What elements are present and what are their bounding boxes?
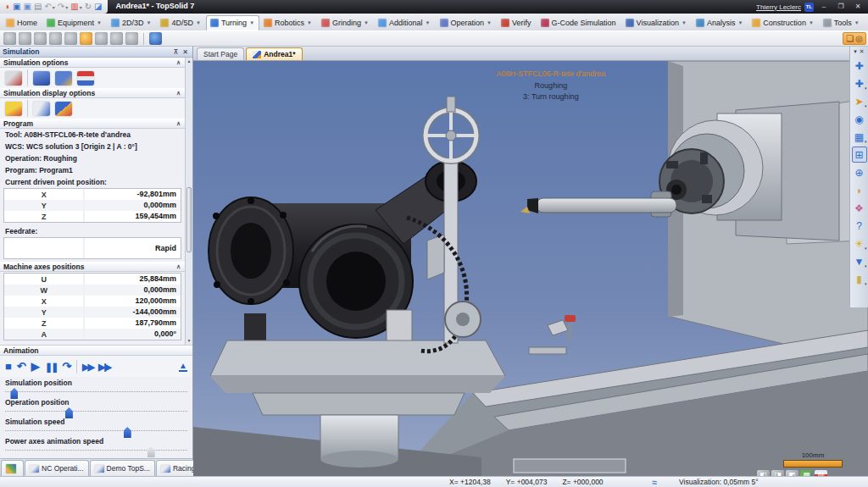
chevron-down-icon[interactable]: ▼	[307, 20, 312, 25]
collapse-icon[interactable]: ∧	[176, 90, 181, 97]
close-button[interactable]: ✕	[851, 1, 865, 13]
view-iso-front-icon[interactable]: ◨	[771, 470, 784, 476]
chuck-icon[interactable]	[19, 32, 31, 45]
light-icon[interactable]: ☀▾	[852, 235, 867, 252]
ribbon-tab-grinding[interactable]: Grinding ▼	[317, 15, 374, 30]
ribbon-tab-robotics[interactable]: Robotics ▼	[259, 15, 317, 30]
ribbon-tab-verify[interactable]: Verify ▼	[497, 15, 537, 30]
section-view-icon[interactable]: ◗▾	[852, 182, 867, 198]
pie-analysis-icon[interactable]	[55, 102, 72, 116]
save-icon[interactable]: ▣	[13, 2, 20, 12]
collapse-icon[interactable]: ∧	[176, 59, 181, 66]
machine-simulation-icon[interactable]	[33, 71, 50, 86]
ribbon-tab-operation[interactable]: Operation ▼	[436, 15, 497, 30]
zoom-window-icon[interactable]: ⊞▾	[852, 147, 867, 163]
scroll-up-icon[interactable]: ▲	[186, 58, 192, 65]
chevron-down-icon[interactable]: ▼	[809, 20, 814, 25]
skip-forward-button[interactable]: ▶|▶	[98, 360, 110, 374]
dock-arrow-icon[interactable]: ▾	[854, 48, 857, 55]
3d-scene[interactable]: A08H-STFCL06-R-tete d'andrea Roughing 3:…	[193, 61, 868, 476]
collision-check-icon[interactable]	[77, 71, 94, 86]
ribbon-tab-analysis[interactable]: Analysis ▼	[692, 15, 748, 30]
close-icon[interactable]: ✕	[181, 48, 190, 56]
chevron-down-icon[interactable]: ▼	[249, 20, 254, 25]
eject-button[interactable]: ▲	[179, 361, 187, 372]
turning-document-icon[interactable]	[149, 32, 162, 45]
section-machine-axes[interactable]: Machine axes positions ∧	[0, 262, 185, 272]
collapse-icon[interactable]: ∧	[176, 263, 181, 270]
ribbon-tab-equipment[interactable]: Equipment ▼	[42, 15, 107, 30]
section-program[interactable]: Program ∧	[0, 119, 185, 129]
flashlight-icon[interactable]: ➤▾	[852, 93, 867, 109]
chevron-down-icon[interactable]: ▼	[196, 20, 201, 25]
redo-icon[interactable]: ↷	[58, 2, 64, 12]
zoom-icon[interactable]: ⊕▾	[852, 164, 867, 180]
chevron-down-icon[interactable]: ▼	[364, 20, 369, 25]
play-button[interactable]: ▶	[31, 360, 40, 374]
chuck-add-icon[interactable]	[80, 32, 92, 45]
ribbon-tab-4d-5d[interactable]: 4D/5D ▼	[156, 15, 205, 30]
collapse-icon[interactable]: ∧	[176, 120, 181, 127]
slider-track[interactable]	[5, 450, 187, 459]
document-tab-andrea1-[interactable]: Andrea1*	[246, 47, 302, 60]
section-animation[interactable]: Animation	[0, 346, 192, 356]
slider-thumb[interactable]	[147, 446, 155, 457]
chuck-measure-icon[interactable]	[110, 32, 123, 45]
slider-track[interactable]	[5, 411, 187, 420]
stop-button[interactable]: ■	[5, 360, 12, 374]
panel-scrollbar[interactable]: ▲ ▼	[185, 58, 192, 345]
panel-tab-nc-operati-[interactable]: NC Operati...	[25, 460, 89, 476]
avatar[interactable]: TL	[804, 3, 814, 12]
document-tab-start-page[interactable]: Start Page	[197, 47, 244, 60]
toolpath-display-icon[interactable]	[5, 102, 22, 116]
chuck-jaws-icon[interactable]	[49, 32, 62, 45]
print-icon[interactable]: ▤	[34, 2, 42, 12]
restore-button[interactable]: ❐	[834, 1, 848, 13]
pan-icon[interactable]: ✚▾	[852, 58, 867, 74]
chuck-front-icon[interactable]	[34, 32, 47, 45]
view-layout-icon[interactable]: ▦	[800, 470, 813, 476]
undo-icon[interactable]: ↶	[44, 2, 51, 12]
slider-thumb[interactable]	[124, 427, 131, 438]
material-removal-icon[interactable]	[55, 71, 72, 86]
slider-track[interactable]	[5, 430, 187, 440]
chevron-down-icon[interactable]: ▼	[487, 20, 492, 25]
chevron-down-icon[interactable]: ▼	[737, 20, 743, 25]
rotate-view-icon[interactable]: ◉▾	[852, 111, 867, 127]
pin-icon[interactable]: ⊼	[171, 48, 181, 56]
toolbox-icon[interactable]: ▥	[70, 2, 78, 12]
ribbon-tab-turning[interactable]: Turning ▼	[206, 15, 259, 30]
section-display-options[interactable]: Simulation display options ∧	[0, 88, 185, 98]
axes-display-icon[interactable]	[33, 102, 50, 116]
view-mode-icon[interactable]: ≈	[653, 478, 658, 487]
ribbon-tab-2d-3d[interactable]: 2D/3D ▼	[107, 15, 156, 30]
view-section-icon[interactable]: ▥	[815, 470, 827, 476]
view-iso-wire-icon[interactable]: ◩	[786, 470, 798, 476]
section-simulation-options[interactable]: Simulation options ∧	[0, 58, 185, 68]
ribbon-tab-tools[interactable]: Tools ▼	[819, 15, 865, 30]
options-icon[interactable]: ◪	[94, 2, 102, 12]
ribbon-tab-visualization[interactable]: Visualization ▼	[621, 15, 692, 30]
sync-icon[interactable]: ↻	[85, 2, 92, 12]
chevron-down-icon[interactable]: ▼	[97, 20, 102, 25]
chevron-down-icon[interactable]: ▾	[53, 4, 55, 10]
chuck-part-icon[interactable]	[64, 32, 77, 45]
step-back-button[interactable]: ↶	[17, 360, 26, 374]
chevron-down-icon[interactable]: ▾	[65, 4, 68, 10]
slider-thumb[interactable]	[10, 388, 18, 399]
chevron-down-icon[interactable]: ▼	[147, 20, 152, 25]
panel-tab-demo-tops-[interactable]: Demo TopS...	[90, 460, 155, 476]
chevron-down-icon[interactable]: ▼	[426, 20, 431, 25]
scrollbar-thumb[interactable]	[186, 187, 192, 252]
chevron-down-icon[interactable]: ▼	[854, 20, 860, 25]
step-forward-button[interactable]: ↷	[62, 360, 71, 374]
ribbon-tab-g-code-simulation[interactable]: G-Code Simulation ▼	[537, 15, 621, 30]
chuck-tool-icon[interactable]	[95, 32, 108, 45]
simulation-mode-icon[interactable]	[5, 71, 22, 86]
render-style-icon[interactable]: ❖▾	[852, 200, 867, 216]
slider-track[interactable]	[5, 391, 187, 401]
ribbon-tab-construction[interactable]: Construction ▼	[748, 15, 818, 30]
viewport-layout-icon[interactable]: ▦▾	[852, 129, 867, 145]
minimize-button[interactable]: –	[817, 1, 831, 13]
panel-tab-workspace[interactable]	[1, 460, 24, 476]
